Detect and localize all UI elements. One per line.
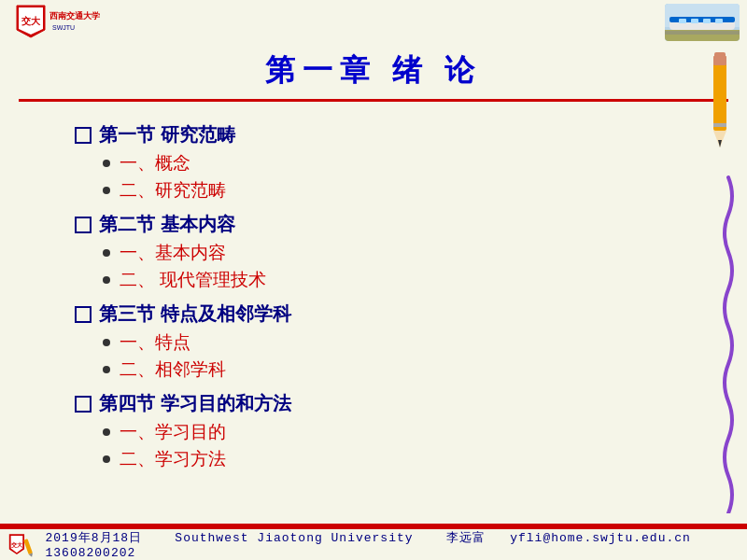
list-item: 二、 现代管理技术 [103,268,691,292]
footer-author: 李远富 [446,531,486,545]
footer-text: 2019年8月18日 Southwest Jiaotong University… [46,529,740,560]
svg-rect-12 [703,19,711,23]
bullet-icon [103,455,110,463]
list-item: 二、学习方法 [103,447,691,471]
svg-rect-10 [679,19,686,23]
footer-email: yfli@home.swjtu.edu.cn [510,531,691,545]
list-item: 二、研究范畴 [103,178,691,203]
header: 交大 西南交通大学 SWJTU [0,0,747,45]
list-item: 二、相邻学科 [103,357,691,382]
section-header-4: 第四节 学习目的和方法 [75,391,691,416]
footer-date: 2019年8月18日 [46,531,143,545]
section-label-1: 第一节 研究范畴 [99,122,235,147]
section-label-4: 第四节 学习目的和方法 [99,391,291,416]
bullet-icon [103,160,110,167]
checkbox-icon [75,217,92,233]
item-text-4-2: 二、学习方法 [120,447,226,471]
section-label-3: 第三节 特点及相邻学科 [99,301,291,327]
svg-text:西南交通大学: 西南交通大学 [49,10,100,21]
svg-rect-13 [715,19,723,23]
title-area: 第一章 绪 论 [0,45,747,95]
section-label-2: 第二节 基本内容 [99,212,235,237]
section-header-3: 第三节 特点及相邻学科 [75,301,691,327]
section-items-1: 一、概念二、研究范畴 [103,151,691,203]
item-text-2-1: 一、基本内容 [120,241,226,265]
checkbox-icon [75,306,92,323]
bullet-icon [103,339,110,346]
bullet-icon [103,366,110,373]
top-divider [19,99,728,102]
list-item: 一、概念 [103,151,691,175]
section-header-2: 第二节 基本内容 [75,212,691,237]
item-text-4-1: 一、学习目的 [120,420,226,444]
svg-rect-19 [23,539,33,554]
bullet-icon [103,428,110,436]
section-header-1: 第一节 研究范畴 [75,122,691,147]
item-text-1-2: 二、研究范畴 [120,178,226,203]
svg-text:交大: 交大 [11,540,23,547]
footer-logo: 交大 [7,531,38,559]
checkbox-icon [75,396,92,413]
bullet-icon [103,249,110,257]
item-text-3-1: 一、特点 [120,330,190,355]
footer-phone: 13608200202 [46,546,136,560]
list-item: 一、学习目的 [103,420,691,444]
item-text-2-2: 二、 现代管理技术 [120,268,266,292]
bullet-icon [103,276,110,284]
item-text-1-1: 一、概念 [120,151,190,175]
section-items-3: 一、特点二、相邻学科 [103,330,691,382]
footer-university: Southwest Jiaotong University [175,531,413,545]
section-items-2: 一、基本内容二、 现代管理技术 [103,241,691,292]
section-items-4: 一、学习目的二、学习方法 [103,420,691,471]
svg-text:交大: 交大 [21,16,41,26]
checkbox-icon [75,127,92,144]
svg-text:SWJTU: SWJTU [52,24,75,31]
bullet-icon [103,187,110,194]
list-item: 一、特点 [103,330,691,355]
university-logo: 交大 西南交通大学 SWJTU [7,4,101,41]
svg-rect-11 [691,19,698,23]
list-item: 一、基本内容 [103,241,691,265]
main-title: 第一章 绪 论 [0,50,747,91]
footer: 交大 2019年8月18日 Southwest Jiaotong Univers… [0,526,747,560]
train-image [665,4,740,41]
content-area: 第一节 研究范畴一、概念二、研究范畴第二节 基本内容一、基本内容二、 现代管理技… [0,105,747,483]
item-text-3-2: 二、相邻学科 [120,357,226,382]
